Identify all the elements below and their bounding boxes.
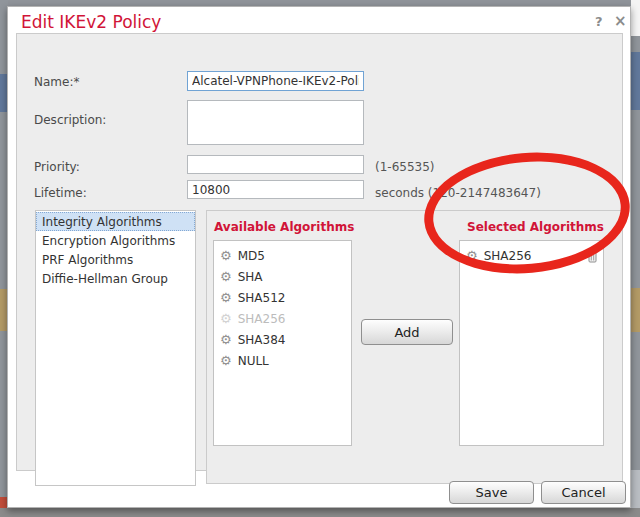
gear-icon: ⚙ (220, 333, 232, 346)
available-item-sha[interactable]: ⚙ SHA (214, 266, 351, 287)
description-label: Description: (34, 113, 106, 127)
algorithm-label: SHA512 (238, 291, 286, 305)
selected-item-sha256[interactable]: ⚙ SHA256 (460, 245, 603, 266)
backdrop-fragment (631, 470, 640, 508)
backdrop-bottom (0, 508, 640, 517)
help-icon[interactable]: ? (595, 14, 603, 29)
available-item-sha384[interactable]: ⚙ SHA384 (214, 329, 351, 350)
backdrop-fragment (631, 288, 640, 332)
description-input[interactable] (187, 100, 364, 145)
available-algorithms-list: ⚙ MD5 ⚙ SHA ⚙ SHA512 ⚙ SHA256 ⚙ SHA384 (213, 240, 352, 446)
gear-icon: ⚙ (220, 270, 232, 283)
backdrop-fragment (631, 0, 640, 36)
available-item-sha256: ⚙ SHA256 (214, 308, 351, 329)
algorithm-label: SHA (238, 270, 263, 284)
category-item-prf[interactable]: PRF Algorithms (36, 250, 195, 269)
algorithms-panel: Available Algorithms Selected Algorithms… (206, 210, 623, 484)
lifetime-hint: seconds (120-2147483647) (375, 186, 541, 200)
save-button[interactable]: Save (449, 481, 534, 504)
available-item-md5[interactable]: ⚙ MD5 (214, 245, 351, 266)
backdrop-right (631, 0, 640, 517)
name-input[interactable] (187, 71, 364, 91)
category-list: Integrity Algorithms Encryption Algorith… (35, 210, 196, 486)
gear-icon: ⚙ (220, 291, 232, 304)
form-panel: Name:* Description: Priority: (1-65535) … (16, 33, 623, 471)
available-algorithms-header: Available Algorithms (214, 220, 354, 234)
backdrop-fragment (631, 52, 640, 110)
gear-icon: ⚙ (466, 249, 478, 262)
selected-algorithms-header: Selected Algorithms (467, 220, 604, 234)
add-button[interactable]: Add (361, 319, 453, 345)
gear-icon: ⚙ (220, 249, 232, 262)
algorithm-label: NULL (238, 354, 269, 368)
gear-icon: ⚙ (220, 354, 232, 367)
algorithm-label: SHA256 (484, 249, 532, 263)
algorithm-label: SHA384 (238, 333, 286, 347)
priority-input[interactable] (187, 155, 364, 174)
cancel-button[interactable]: Cancel (541, 481, 626, 504)
edit-ikev2-policy-dialog: Edit IKEv2 Policy ? × Name:* Description… (7, 6, 631, 508)
category-item-diffie-hellman[interactable]: Diffie-Hellman Group (36, 269, 195, 288)
category-item-encryption[interactable]: Encryption Algorithms (36, 231, 195, 250)
dialog-title: Edit IKEv2 Policy (21, 12, 161, 32)
gear-icon: ⚙ (220, 312, 232, 325)
priority-label: Priority: (34, 160, 80, 174)
name-label: Name:* (34, 75, 79, 89)
lifetime-input[interactable] (187, 180, 364, 199)
close-icon[interactable]: × (614, 12, 627, 30)
algorithm-label: SHA256 (238, 312, 286, 326)
selected-algorithms-list: ⚙ SHA256 (459, 240, 604, 446)
priority-hint: (1-65535) (375, 160, 435, 174)
delete-icon[interactable] (587, 249, 598, 263)
available-item-sha512[interactable]: ⚙ SHA512 (214, 287, 351, 308)
algorithm-label: MD5 (238, 249, 265, 263)
available-item-null[interactable]: ⚙ NULL (214, 350, 351, 371)
lifetime-label: Lifetime: (34, 186, 87, 200)
category-item-integrity[interactable]: Integrity Algorithms (36, 212, 195, 231)
